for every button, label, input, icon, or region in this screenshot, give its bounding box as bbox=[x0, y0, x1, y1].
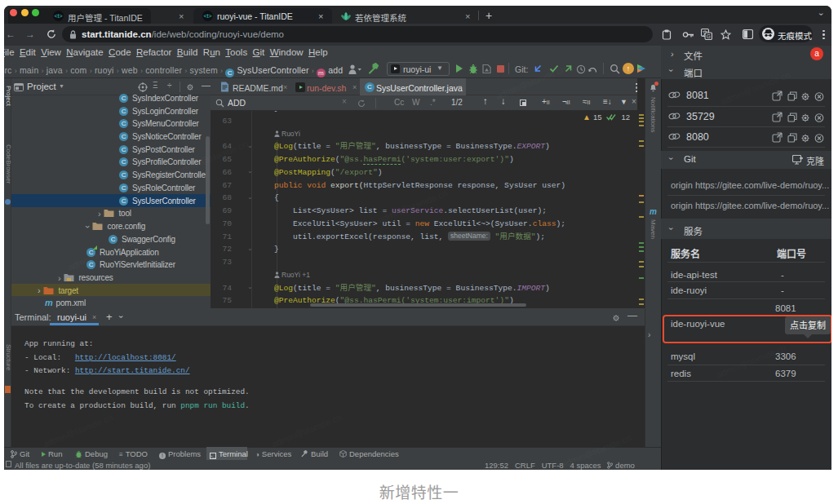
svg-text:G: G bbox=[707, 33, 711, 39]
